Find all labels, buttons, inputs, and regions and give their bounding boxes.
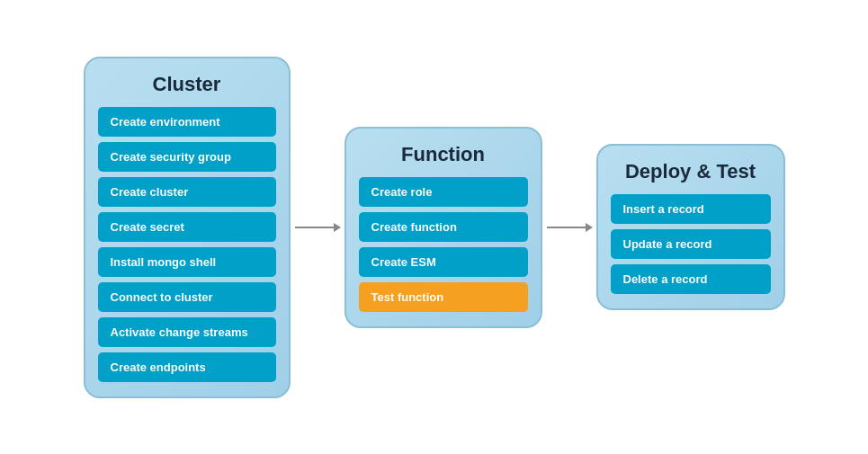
item-btn-cluster-3[interactable]: Create secret	[98, 212, 276, 242]
panel-title-function: Function	[359, 143, 528, 166]
panel-cluster: ClusterCreate environmentCreate security…	[84, 57, 291, 398]
panel-items-function: Create roleCreate functionCreate ESMTest…	[359, 177, 528, 312]
arrow-2	[542, 227, 596, 228]
item-btn-function-0[interactable]: Create role	[359, 177, 528, 207]
item-btn-cluster-5[interactable]: Connect to cluster	[98, 282, 276, 312]
panel-title-cluster: Cluster	[98, 73, 276, 96]
item-btn-deploy-1[interactable]: Update a record	[611, 229, 771, 259]
panel-items-deploy: Insert a recordUpdate a recordDelete a r…	[611, 194, 771, 294]
item-btn-cluster-1[interactable]: Create security group	[98, 142, 276, 172]
item-btn-deploy-0[interactable]: Insert a record	[611, 194, 771, 224]
item-btn-deploy-2[interactable]: Delete a record	[611, 264, 771, 294]
diagram-container: ClusterCreate environmentCreate security…	[66, 39, 803, 416]
arrow-1	[291, 227, 345, 228]
panel-function: FunctionCreate roleCreate functionCreate…	[345, 127, 542, 328]
item-btn-cluster-6[interactable]: Activate change streams	[98, 317, 276, 347]
panel-items-cluster: Create environmentCreate security groupC…	[98, 107, 276, 382]
item-btn-cluster-2[interactable]: Create cluster	[98, 177, 276, 207]
panel-title-deploy: Deploy & Test	[611, 160, 771, 183]
arrow-line	[547, 227, 592, 228]
item-btn-cluster-7[interactable]: Create endpoints	[98, 352, 276, 382]
item-btn-function-2[interactable]: Create ESM	[359, 247, 528, 277]
item-btn-cluster-4[interactable]: Install mongo shell	[98, 247, 276, 277]
item-btn-function-3[interactable]: Test function	[359, 282, 528, 312]
item-btn-function-1[interactable]: Create function	[359, 212, 528, 242]
arrow-line	[295, 227, 340, 228]
item-btn-cluster-0[interactable]: Create environment	[98, 107, 276, 137]
panel-deploy: Deploy & TestInsert a recordUpdate a rec…	[596, 144, 785, 310]
